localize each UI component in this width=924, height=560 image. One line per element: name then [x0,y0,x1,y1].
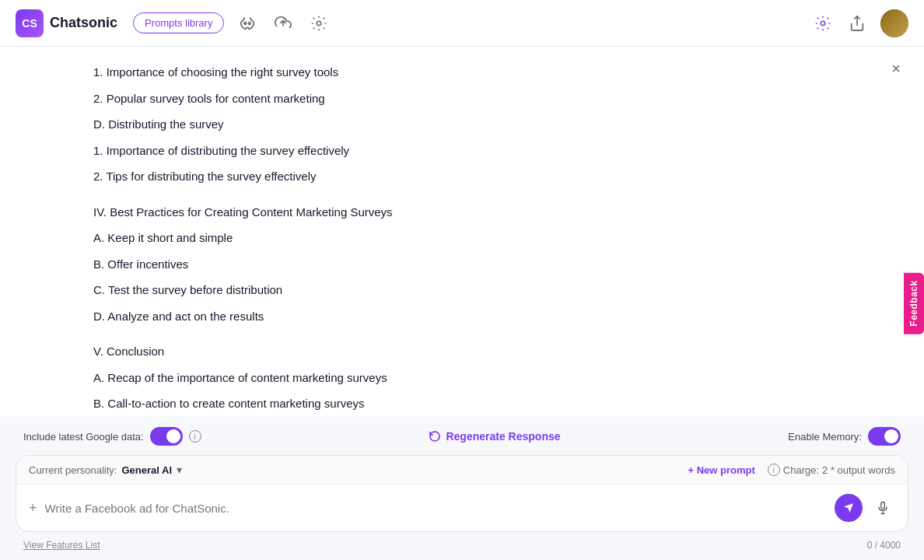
line-3: D. Distributing the survey [93,114,862,135]
line-1: 1. Importance of choosing the right surv… [93,62,862,82]
personality-right: + New prompt i Charge: 2 * output words [688,464,895,476]
logo-area: CS Chatsonic [16,9,117,37]
input-container: Current personality: General AI ▾ + New … [16,455,908,532]
section-4-header: IV. Best Practices for Creating Content … [93,202,862,222]
bottom-footer: View Features List 0 / 4000 [16,538,908,552]
header-right [812,9,908,37]
chat-area: × 1. Importance of choosing the right su… [0,47,924,560]
main-container: × 1. Importance of choosing the right su… [0,47,924,560]
current-personality-label: Current personality: [29,464,117,476]
discord-icon[interactable] [236,12,258,34]
section-4-a: A. Keep it short and simple [93,228,862,248]
view-features-link[interactable]: View Features List [23,540,100,551]
line-2: 2. Popular survey tools for content mark… [93,89,862,109]
feedback-wrapper: Feedback [904,272,924,334]
section-4-c: C. Test the survey before distribution [93,280,862,300]
memory-toggle[interactable] [868,427,901,446]
cloud-upload-icon[interactable] [272,12,294,34]
regenerate-icon [429,430,441,443]
add-attachment-icon[interactable]: + [29,500,37,516]
section-5-header: V. Conclusion [93,341,862,362]
personality-name: General AI [121,464,172,476]
charge-info-icon[interactable]: i [768,464,780,476]
svg-point-2 [317,21,322,26]
google-data-control: Include latest Google data: i [23,427,201,446]
microphone-icon [876,501,890,515]
app-name: Chatsonic [50,15,117,31]
header-nav-icons [236,12,330,34]
text-input-row: + [16,485,908,531]
section-4-d: D. Analyze and act on the results [93,306,862,327]
prompts-library-button[interactable]: Prompts library [133,12,224,33]
header: CS Chatsonic Prompts library [0,0,924,47]
charge-label: Charge: [783,464,819,476]
new-prompt-button[interactable]: + New prompt [688,464,754,476]
share-icon[interactable] [846,12,868,34]
microphone-button[interactable] [870,495,895,520]
svg-point-3 [821,21,825,26]
charge-info: i Charge: 2 * output words [768,464,895,476]
regenerate-button[interactable]: Regenerate Response [429,430,560,443]
section-5-a: A. Recap of the importance of content ma… [93,368,862,388]
google-data-toggle[interactable] [150,427,183,446]
char-count: 0 / 4000 [867,540,901,551]
personality-bar: Current personality: General AI ▾ + New … [16,456,908,485]
charge-value: 2 * output words [822,464,895,476]
chat-messages[interactable]: × 1. Importance of choosing the right su… [0,47,924,416]
feedback-button[interactable]: Feedback [904,272,924,334]
memory-control: Enable Memory: [788,427,901,446]
line-4: 1. Importance of distributing the survey… [93,141,862,161]
google-data-info-icon[interactable]: i [189,430,201,443]
section-4-b: B. Offer incentives [93,254,862,275]
svg-point-1 [249,22,251,24]
message-content: 1. Importance of choosing the right surv… [93,62,862,416]
chat-input[interactable] [45,502,827,515]
svg-rect-5 [881,502,885,509]
send-icon [843,502,854,513]
close-button[interactable]: × [884,56,908,81]
settings-icon[interactable] [308,12,330,34]
logo-icon: CS [16,9,44,37]
bottom-area: Include latest Google data: i Regenerate… [0,416,924,560]
user-settings-icon[interactable] [812,12,834,34]
avatar[interactable] [880,9,908,37]
svg-point-0 [244,22,247,24]
google-data-label: Include latest Google data: [23,431,144,443]
memory-label: Enable Memory: [788,431,862,443]
personality-dropdown-icon[interactable]: ▾ [177,464,182,476]
send-button[interactable] [835,494,863,522]
personality-left: Current personality: General AI ▾ [29,464,182,476]
controls-row: Include latest Google data: i Regenerate… [16,427,908,446]
line-5: 2. Tips for distributing the survey effe… [93,166,862,187]
section-5-b: B. Call-to-action to create content mark… [93,394,862,414]
